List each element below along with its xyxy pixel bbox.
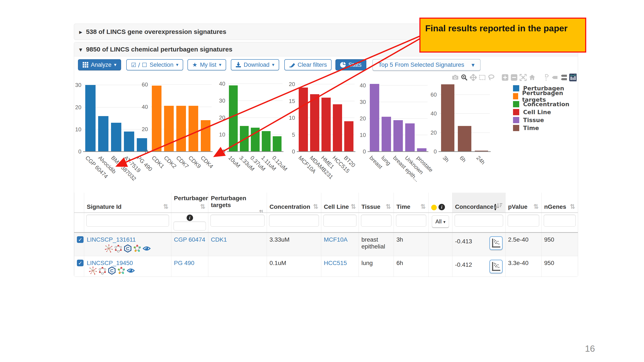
info-icon[interactable]: i xyxy=(438,204,445,210)
cell-line-link[interactable]: HCC515 xyxy=(324,260,347,266)
header-concordance[interactable]: Concordance i xyxy=(452,193,506,213)
checkbox-pair-icon: ☑ / ☐ xyxy=(131,62,147,68)
target-link[interactable]: CDK1 xyxy=(211,236,227,243)
concordance-cell: -0.412 xyxy=(452,256,506,277)
download-button[interactable]: Download ▾ xyxy=(231,59,279,70)
concordance-value: -0.412 xyxy=(455,260,472,268)
y-tick-label: 20 xyxy=(280,81,295,87)
y-tick-label: 0 xyxy=(210,148,225,155)
sort-icon[interactable]: ⇅ xyxy=(198,203,206,210)
info-icon[interactable]: i xyxy=(186,215,193,221)
signature-link[interactable]: LINCSCP_131611 xyxy=(87,236,136,243)
time-filter-input[interactable] xyxy=(396,215,426,227)
network-burst-icon[interactable] xyxy=(89,267,97,275)
stats-button[interactable]: Stats xyxy=(336,59,366,70)
sort-icon[interactable]: ⇅ xyxy=(384,203,391,210)
compound-hexagon-icon[interactable]: C xyxy=(108,267,116,275)
targets-cell xyxy=(208,256,267,277)
y-tick-label: 60 xyxy=(133,81,148,88)
legend-item-perturbagen-targets[interactable]: Perturbagen targets xyxy=(513,92,578,100)
ngenes-filter-input[interactable] xyxy=(544,215,576,227)
header-concentration[interactable]: Concentration ⇅ xyxy=(267,193,321,213)
legend-item-cell-line[interactable]: Cell Line xyxy=(513,108,578,116)
row-checkbox[interactable]: ✓ xyxy=(77,236,84,243)
caret-down-icon: ▾ xyxy=(219,62,222,68)
scatter-plot-icon[interactable] xyxy=(490,260,503,273)
panel-chemical-perturbagen: ▾ 9850 of LINCS chemical perturbagen sig… xyxy=(74,42,578,277)
compound-hexagon-icon[interactable]: C xyxy=(124,244,132,253)
bar-1.11uM xyxy=(262,131,270,151)
info-icon[interactable]: i xyxy=(494,204,496,210)
molecule-icon[interactable] xyxy=(114,244,122,253)
filter-ngenes xyxy=(542,213,578,233)
legend-item-tissue[interactable]: Tissue xyxy=(513,116,578,124)
chem-star-icon[interactable] xyxy=(117,267,126,275)
y-tick-label: 30 xyxy=(74,82,82,88)
legend-swatch-icon xyxy=(513,101,519,107)
table-filter-row: i All▾ xyxy=(74,213,578,233)
x-tick-label: breast xyxy=(368,154,384,170)
signature-filter-input[interactable] xyxy=(86,215,169,227)
cell-line-link[interactable]: MCF10A xyxy=(324,236,348,243)
header-selection-dot[interactable]: i xyxy=(428,193,452,213)
sort-icon[interactable]: ⇅ xyxy=(257,209,264,213)
targets-filter-input[interactable] xyxy=(210,215,264,227)
sort-icon[interactable]: ⇅ xyxy=(419,203,426,210)
header-ngenes[interactable]: nGenes ⇅ xyxy=(542,193,578,213)
row-checkbox[interactable]: ✓ xyxy=(77,260,84,266)
sort-icon[interactable]: ⇅ xyxy=(532,203,539,210)
all-filter-dropdown[interactable]: All▾ xyxy=(432,215,449,227)
header-signature-id[interactable]: Signature Id ⇅ xyxy=(84,193,171,213)
selection-button[interactable]: ☑ / ☐ Selection ▾ xyxy=(126,59,183,70)
filter-tissue xyxy=(359,213,394,233)
signature-link[interactable]: LINCSCP_19450 xyxy=(87,260,133,266)
filter-pvalue xyxy=(506,213,542,233)
bar-AT-7519 xyxy=(124,132,134,151)
molecule-icon[interactable] xyxy=(98,267,106,275)
perturbagen-link[interactable]: CGP 60474 xyxy=(174,236,205,243)
perturbagen-link[interactable]: PG 490 xyxy=(174,260,194,266)
y-tick-label: 0 xyxy=(133,148,148,155)
my-list-button[interactable]: ★ My list ▾ xyxy=(188,59,226,70)
perturbagen-cell: CGP 60474 xyxy=(171,233,208,256)
y-tick-label: 20 xyxy=(351,115,366,122)
concentration-filter-input[interactable] xyxy=(269,215,319,227)
sort-icon[interactable]: ⇅ xyxy=(311,203,318,210)
gridline xyxy=(298,84,354,84)
header-perturbagen[interactable]: Perturbagen ⇅ xyxy=(171,193,208,213)
x-axis-line xyxy=(150,151,212,152)
sort-icon[interactable]: ⇅ xyxy=(349,203,356,210)
legend-item-time[interactable]: Time xyxy=(513,124,578,132)
header-cell-line[interactable]: Cell Line ⇅ xyxy=(321,193,359,213)
pvalue-filter-input[interactable] xyxy=(508,215,539,227)
tissue-filter-input[interactable] xyxy=(361,215,392,227)
toolbar: Analyze ▾ ☑ / ☐ Selection ▾ ★ My list ▾ … xyxy=(78,59,480,71)
eye-icon[interactable] xyxy=(127,267,135,275)
y-tick-label: 0 xyxy=(351,148,366,155)
scatter-plot-icon[interactable] xyxy=(490,236,503,250)
concordance-filter-input[interactable] xyxy=(454,215,503,227)
header-perturbagen-targets[interactable]: Perturbagen targets ⇅ xyxy=(208,193,267,213)
y-tick-label: 10 xyxy=(280,115,295,121)
concordance-wrap: -0.412 xyxy=(455,260,503,273)
bar-0.37uM xyxy=(251,128,260,151)
sort-icon[interactable]: ⇅ xyxy=(568,203,575,210)
header-time[interactable]: Time ⇅ xyxy=(394,193,428,213)
network-burst-icon[interactable] xyxy=(105,244,113,253)
gridline xyxy=(150,84,212,85)
svg-text:C: C xyxy=(126,246,130,251)
header-tissue[interactable]: Tissue ⇅ xyxy=(359,193,394,213)
header-pvalue[interactable]: pValue ⇅ xyxy=(506,193,542,213)
bar-breast xyxy=(370,84,379,151)
sort-icon[interactable]: ⇅ xyxy=(162,203,168,210)
clear-filters-button[interactable]: Clear filters xyxy=(284,59,332,70)
cell-line-filter-input[interactable] xyxy=(324,215,356,227)
sort-asc-icon[interactable] xyxy=(496,202,503,210)
row-checkbox-cell: ✓ xyxy=(74,233,84,256)
eye-icon[interactable] xyxy=(142,244,151,253)
top5-dropdown[interactable]: Top 5 From Selected Signatures ▾ xyxy=(372,59,480,71)
perturbagen-filter-input[interactable] xyxy=(174,221,206,230)
analyze-button[interactable]: Analyze ▾ xyxy=(78,59,121,70)
bar-3.33uM xyxy=(240,126,249,151)
chem-star-icon[interactable] xyxy=(133,244,141,253)
